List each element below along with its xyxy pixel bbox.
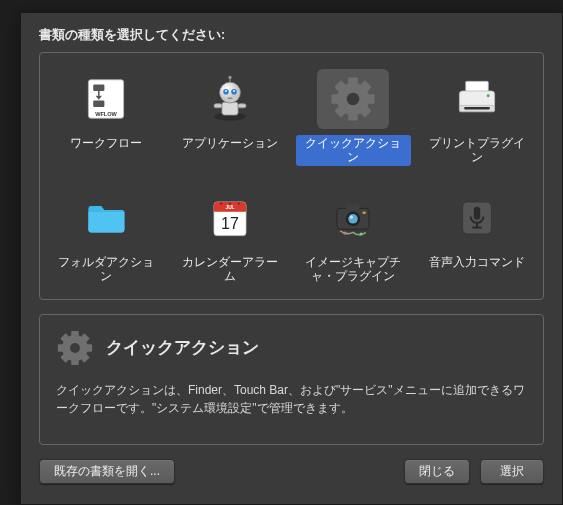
svg-point-9: [225, 90, 227, 92]
prompt-label: 書類の種類を選択してください:: [39, 27, 544, 44]
close-button[interactable]: 閉じる: [404, 459, 470, 484]
svg-point-25: [347, 93, 359, 105]
description-text: クイックアクションは、Finder、Touch Bar、および"サービス"メニュ…: [56, 381, 527, 418]
svg-point-6: [219, 82, 240, 103]
choose-button[interactable]: 選択: [480, 459, 544, 484]
type-label: イメージキャプチ ャ・プラグイン: [299, 254, 407, 285]
type-label: プリントプラグイン: [419, 135, 535, 166]
svg-rect-15: [238, 104, 246, 108]
svg-point-60: [70, 343, 80, 353]
description-box: クイックアクション クイックアクションは、Finder、Touch Bar、およ…: [39, 314, 544, 445]
camera-icon: [317, 188, 389, 248]
types-grid: WFLOW ワークフロー アプリケーション クイックアクション プリントプラグイ…: [46, 67, 537, 289]
type-label: カレンダーアラーム: [172, 254, 288, 285]
svg-point-10: [233, 90, 235, 92]
mic-icon: [441, 188, 513, 248]
type-calendar[interactable]: JUL 17 カレンダーアラーム: [170, 186, 290, 289]
svg-rect-11: [227, 97, 232, 99]
svg-point-13: [228, 76, 231, 79]
svg-rect-1: [93, 85, 104, 91]
description-header: クイックアクション: [56, 329, 527, 367]
svg-rect-48: [474, 207, 480, 220]
type-quick[interactable]: クイックアクション: [294, 67, 414, 170]
svg-text:WFLOW: WFLOW: [95, 111, 117, 117]
type-label: 音声入力コマンド: [423, 254, 531, 270]
gear-icon: [317, 69, 389, 129]
type-dictation[interactable]: 音声入力コマンド: [417, 186, 537, 289]
svg-point-36: [237, 202, 239, 204]
printer-icon: [441, 69, 513, 129]
svg-rect-5: [222, 102, 238, 115]
svg-point-34: [220, 202, 222, 204]
robot-icon: [194, 69, 266, 129]
workflow-icon: WFLOW: [70, 69, 142, 129]
type-label: クイックアクション: [296, 135, 412, 166]
svg-point-45: [344, 231, 347, 234]
svg-point-30: [487, 94, 490, 97]
gear-icon: [56, 329, 94, 367]
svg-text:JUL: JUL: [225, 205, 234, 210]
svg-rect-2: [93, 101, 104, 107]
types-container: WFLOW ワークフロー アプリケーション クイックアクション プリントプラグイ…: [39, 52, 544, 300]
type-folder[interactable]: フォルダアクション: [46, 186, 166, 289]
calendar-icon: JUL 17: [194, 188, 266, 248]
svg-point-46: [360, 232, 363, 235]
button-bar: 既存の書類を開く... 閉じる 選択: [39, 459, 544, 484]
description-title: クイックアクション: [106, 336, 259, 359]
svg-rect-40: [347, 204, 360, 210]
type-workflow[interactable]: WFLOW ワークフロー: [46, 67, 166, 170]
svg-rect-29: [464, 107, 490, 109]
type-image[interactable]: イメージキャプチ ャ・プラグイン: [294, 186, 414, 289]
svg-point-35: [229, 202, 231, 204]
svg-rect-44: [363, 211, 366, 213]
type-app[interactable]: アプリケーション: [170, 67, 290, 170]
type-label: ワークフロー: [64, 135, 148, 151]
type-label: フォルダアクション: [48, 254, 164, 285]
svg-point-42: [349, 214, 359, 224]
svg-rect-14: [214, 104, 222, 108]
document-type-chooser: 書類の種類を選択してください: WFLOW ワークフロー アプリケーション クイ…: [20, 12, 563, 505]
type-label: アプリケーション: [176, 135, 284, 151]
folder-icon: [70, 188, 142, 248]
svg-point-43: [350, 215, 353, 218]
type-print[interactable]: プリントプラグイン: [417, 67, 537, 170]
svg-text:17: 17: [221, 215, 239, 232]
open-existing-button[interactable]: 既存の書類を開く...: [39, 459, 175, 484]
